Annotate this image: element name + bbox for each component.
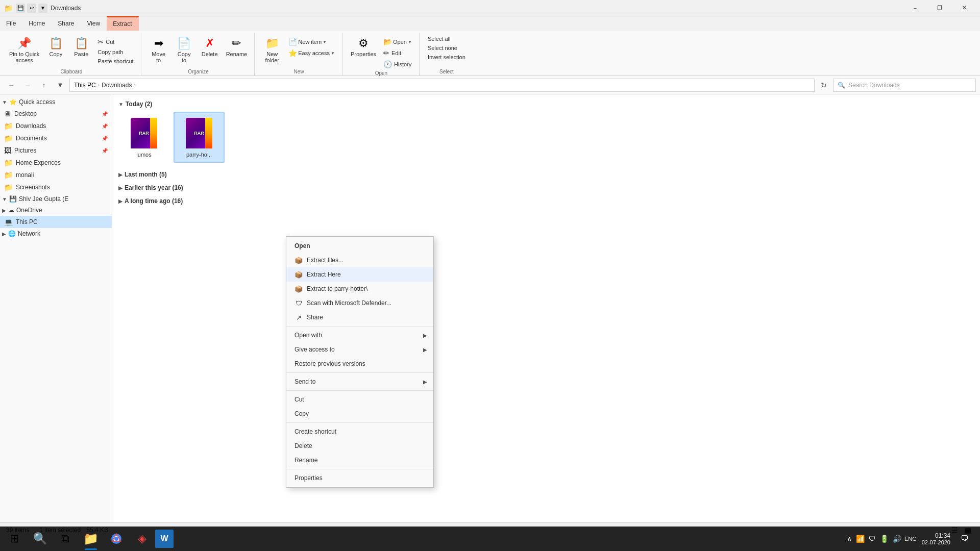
ctx-open-with[interactable]: Open with ▶ xyxy=(286,328,433,342)
properties-button[interactable]: ⚙ Properties xyxy=(348,35,379,59)
select-none-button[interactable]: Select none xyxy=(425,44,469,52)
network-header[interactable]: ▶ 🌐 Network xyxy=(0,228,112,239)
easy-access-button[interactable]: ⭐ Easy access ▼ xyxy=(285,48,338,58)
copy-to-button[interactable]: 📄 Copyto xyxy=(172,35,197,65)
save-quick-btn[interactable]: 💾 xyxy=(16,4,25,13)
ribbon-content: 📌 Pin to Quickaccess 📋 Copy 📋 Paste ✂ Cu… xyxy=(0,31,980,76)
ctx-sep3 xyxy=(286,390,433,391)
ribbon: File Home Share View Extract 📌 Pin to Qu… xyxy=(0,16,980,76)
network-arrow: ▶ xyxy=(2,231,6,237)
delete-button[interactable]: ✗ Delete xyxy=(198,35,222,59)
easy-access-arrow: ▼ xyxy=(331,51,335,56)
undo-quick-btn[interactable]: ↩ xyxy=(27,4,36,13)
taskbar-slimjet[interactable]: ◈ xyxy=(130,527,154,551)
file-lumos[interactable]: RAR lumos xyxy=(118,112,169,163)
ctx-rename[interactable]: Rename xyxy=(286,453,433,467)
restore-button[interactable]: ❐ xyxy=(928,0,951,16)
up-button[interactable]: ↑ xyxy=(37,79,51,92)
breadcrumb[interactable]: This PC › Downloads › xyxy=(69,79,815,92)
ctx-scan-defender[interactable]: 🛡 Scan with Microsoft Defender... xyxy=(286,296,433,310)
sidebar-item-monali[interactable]: 📁 monali xyxy=(0,169,112,181)
refresh-button[interactable]: ↻ xyxy=(817,79,831,92)
taskbar-search-button[interactable]: 🔍 xyxy=(28,527,52,551)
new-folder-button[interactable]: 📁 Newfolder xyxy=(260,35,284,65)
ctx-cut[interactable]: Cut xyxy=(286,392,433,407)
sidebar-item-downloads[interactable]: 📁 Downloads 📌 xyxy=(0,120,112,132)
ctx-extract-to[interactable]: 📦 Extract to parry-hotter\ xyxy=(286,282,433,296)
ctx-extract-here[interactable]: 📦 Extract Here xyxy=(286,267,433,282)
file-parry-hotter[interactable]: RAR parry-ho... xyxy=(174,112,225,163)
lumos-label: lumos xyxy=(136,152,151,158)
downloads-pin: 📌 xyxy=(102,123,108,129)
sidebar-item-desktop[interactable]: 🖥 Desktop 📌 xyxy=(0,108,112,120)
ctx-copy[interactable]: Copy xyxy=(286,407,433,421)
ctx-send-to[interactable]: Send to ▶ xyxy=(286,374,433,389)
open-button[interactable]: 📂 Open ▼ xyxy=(380,37,415,47)
cut-button[interactable]: ✂ Cut xyxy=(94,37,136,47)
shiv-jee-header[interactable]: ▼ 💾 Shiv Jee Gupta (E xyxy=(0,193,112,205)
rar-stripe xyxy=(150,118,157,148)
recent-locations-button[interactable]: ▼ xyxy=(53,79,67,92)
security-icon[interactable]: 🛡 xyxy=(868,535,877,543)
quick-access-header[interactable]: ▼ ⭐ Quick access xyxy=(0,96,112,108)
pin-to-quick-access-button[interactable]: 📌 Pin to Quickaccess xyxy=(6,35,42,65)
tab-extract[interactable]: Extract xyxy=(107,16,138,31)
chevron-up-icon[interactable]: ∧ xyxy=(846,535,853,543)
sidebar-item-pictures[interactable]: 🖼 Pictures 📌 xyxy=(0,144,112,157)
invert-selection-button[interactable]: Invert selection xyxy=(425,53,469,61)
volume-icon[interactable]: 🔊 xyxy=(892,535,902,543)
rename-button[interactable]: ✏ Rename xyxy=(223,35,251,59)
ctx-properties[interactable]: Properties xyxy=(286,471,433,485)
customize-quick-btn[interactable]: ▼ xyxy=(38,4,47,13)
delete-icon: ✗ xyxy=(205,37,214,50)
forward-button[interactable]: → xyxy=(20,79,35,92)
language-button[interactable]: ENG xyxy=(904,536,917,542)
ctx-restore-versions[interactable]: Restore previous versions xyxy=(286,357,433,371)
taskbar-file-explorer[interactable]: 📁 xyxy=(79,527,103,551)
sidebar-item-home-expences[interactable]: 📁 Home Expences xyxy=(0,157,112,169)
today-group-header[interactable]: ▼ Today (2) xyxy=(116,98,976,112)
tab-share[interactable]: Share xyxy=(52,16,81,31)
new-item-arrow: ▼ xyxy=(323,40,327,44)
paste-large-button[interactable]: 📋 Paste xyxy=(69,35,93,59)
ctx-delete[interactable]: Delete xyxy=(286,439,433,453)
wifi-icon[interactable]: 📶 xyxy=(855,535,866,543)
edit-button[interactable]: ✏ Edit xyxy=(380,48,415,58)
taskbar-right: ∧ 📶 🛡 🔋 🔊 ENG 01:34 02-07-2020 🗨 xyxy=(846,527,978,551)
properties-icon: ⚙ xyxy=(358,37,369,50)
tab-view[interactable]: View xyxy=(81,16,107,31)
move-to-button[interactable]: ➡ Moveto xyxy=(146,35,171,65)
long-ago-header[interactable]: ▶ A long time ago (16) xyxy=(116,195,976,209)
taskbar-word[interactable]: W xyxy=(155,530,174,548)
sidebar-item-documents[interactable]: 📁 Documents 📌 xyxy=(0,132,112,144)
battery-icon[interactable]: 🔋 xyxy=(879,535,890,543)
ctx-open[interactable]: Open xyxy=(286,239,433,253)
task-view-button[interactable]: ⧉ xyxy=(53,527,78,551)
select-all-button[interactable]: Select all xyxy=(425,35,469,43)
ctx-give-access[interactable]: Give access to ▶ xyxy=(286,342,433,357)
back-button[interactable]: ← xyxy=(4,79,18,92)
system-clock[interactable]: 01:34 02-07-2020 xyxy=(919,532,953,545)
history-button[interactable]: 🕐 History xyxy=(380,59,415,69)
start-button[interactable]: ⊞ xyxy=(2,527,27,551)
close-button[interactable]: ✕ xyxy=(952,0,976,16)
onedrive-header[interactable]: ▶ ☁ OneDrive xyxy=(0,205,112,216)
paste-shortcut-button[interactable]: Paste shortcut xyxy=(94,57,136,65)
copy-path-button[interactable]: Copy path xyxy=(94,48,136,56)
ctx-create-shortcut[interactable]: Create shortcut xyxy=(286,424,433,439)
sidebar-item-this-pc[interactable]: 💻 This PC xyxy=(0,216,112,228)
notification-button[interactable]: 🗨 xyxy=(955,527,974,551)
taskbar-chrome[interactable] xyxy=(104,527,129,551)
earlier-year-header[interactable]: ▶ Earlier this year (16) xyxy=(116,182,976,195)
last-month-header[interactable]: ▶ Last month (5) xyxy=(116,169,976,182)
tab-file[interactable]: File xyxy=(0,16,22,31)
ctx-extract-files[interactable]: 📦 Extract files... xyxy=(286,253,433,267)
minimize-button[interactable]: − xyxy=(903,0,927,16)
parry-rar-icon: RAR xyxy=(186,118,212,148)
search-box[interactable]: 🔍 Search Downloads xyxy=(833,79,976,92)
new-item-button[interactable]: 📄 New item ▼ xyxy=(285,37,338,47)
tab-home[interactable]: Home xyxy=(22,16,52,31)
copy-large-button[interactable]: 📋 Copy xyxy=(43,35,68,59)
sidebar-item-screenshots[interactable]: 📁 Screenshots xyxy=(0,181,112,193)
ctx-share[interactable]: ↗ Share xyxy=(286,310,433,324)
